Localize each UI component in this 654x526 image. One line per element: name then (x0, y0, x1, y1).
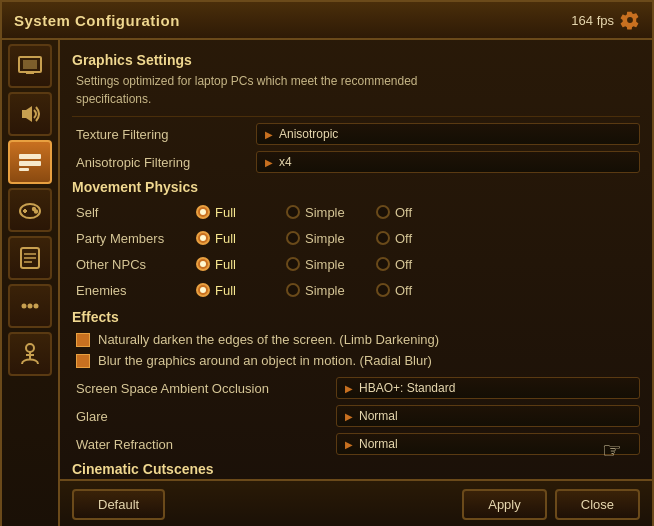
texture-filtering-arrow: ▶ (265, 129, 273, 140)
mp-party-simple-label: Simple (305, 231, 345, 246)
mp-row-self: Self Full Simple Off (72, 199, 640, 225)
glare-arrow: ▶ (345, 411, 353, 422)
footer-bar: Default Apply Close (60, 479, 652, 526)
footer-right-buttons: Apply Close (462, 489, 640, 520)
svg-rect-7 (19, 168, 29, 171)
close-button[interactable]: Close (555, 489, 640, 520)
radial-blur-row[interactable]: Blur the graphics around an object in mo… (72, 350, 640, 371)
limb-darkening-label: Naturally darken the edges of the screen… (98, 332, 439, 347)
svg-point-18 (28, 304, 33, 309)
mp-row-enemies: Enemies Full Simple Off (72, 277, 640, 303)
mp-enemies-off[interactable]: Off (376, 283, 466, 298)
svg-point-19 (34, 304, 39, 309)
mp-self-simple[interactable]: Simple (286, 205, 376, 220)
title-bar: System Configuration 164 fps (2, 2, 652, 40)
effects-header: Effects (72, 309, 640, 325)
limb-darkening-checkbox[interactable] (76, 333, 90, 347)
content-scroll[interactable]: Graphics Settings Settings optimized for… (60, 40, 652, 479)
water-arrow: ▶ (345, 439, 353, 450)
graphics-section-header: Graphics Settings (72, 52, 640, 68)
mp-party-full-radio (196, 231, 210, 245)
sidebar-btn-character[interactable] (8, 332, 52, 376)
mp-npcs-full[interactable]: Full (196, 257, 286, 272)
ssao-arrow: ▶ (345, 383, 353, 394)
mp-enemies-full-radio (196, 283, 210, 297)
texture-filtering-value: Anisotropic (279, 127, 338, 141)
mp-npcs-simple[interactable]: Simple (286, 257, 376, 272)
movement-physics-header: Movement Physics (72, 179, 640, 195)
fps-value: 164 fps (571, 13, 614, 28)
ssao-label: Screen Space Ambient Occlusion (76, 381, 336, 396)
mp-party-simple-radio (286, 231, 300, 245)
water-label: Water Refraction (76, 437, 336, 452)
sidebar-btn-log[interactable] (8, 236, 52, 280)
texture-filtering-row: Texture Filtering ▶ Anisotropic (72, 123, 640, 145)
ssao-value: HBAO+: Standard (359, 381, 455, 395)
glare-label: Glare (76, 409, 336, 424)
settings-gear-icon[interactable] (620, 10, 640, 30)
glare-dropdown[interactable]: ▶ Normal (336, 405, 640, 427)
mp-enemies-simple[interactable]: Simple (286, 283, 376, 298)
water-row: Water Refraction ▶ Normal (72, 433, 640, 455)
content-area: Graphics Settings Settings optimized for… (60, 40, 652, 526)
movement-physics-section: Movement Physics Self Full Simple (72, 179, 640, 303)
mp-party-full[interactable]: Full (196, 231, 286, 246)
fps-display: 164 fps (571, 10, 640, 30)
system-config-window: System Configuration 164 fps (0, 0, 654, 526)
ssao-dropdown[interactable]: ▶ HBAO+: Standard (336, 377, 640, 399)
mp-npcs-simple-radio (286, 257, 300, 271)
sidebar (2, 40, 60, 526)
anisotropic-row: Anisotropic Filtering ▶ x4 (72, 151, 640, 173)
mp-entity-party: Party Members (76, 231, 196, 246)
mp-row-npcs: Other NPCs Full Simple Off (72, 251, 640, 277)
sidebar-btn-graphics[interactable] (8, 44, 52, 88)
glare-row: Glare ▶ Normal (72, 405, 640, 427)
mp-enemies-full[interactable]: Full (196, 283, 286, 298)
mp-npcs-full-radio (196, 257, 210, 271)
mp-enemies-simple-radio (286, 283, 300, 297)
texture-filtering-label: Texture Filtering (76, 127, 256, 142)
mp-npcs-off-radio (376, 257, 390, 271)
effects-section: Effects Naturally darken the edges of th… (72, 309, 640, 371)
anisotropic-dropdown[interactable]: ▶ x4 (256, 151, 640, 173)
svg-point-17 (22, 304, 27, 309)
mp-enemies-off-label: Off (395, 283, 412, 298)
default-button[interactable]: Default (72, 489, 165, 520)
anisotropic-label: Anisotropic Filtering (76, 155, 256, 170)
mp-self-off[interactable]: Off (376, 205, 466, 220)
mp-entity-npcs: Other NPCs (76, 257, 196, 272)
svg-point-20 (26, 344, 34, 352)
mp-party-simple[interactable]: Simple (286, 231, 376, 246)
limb-darkening-row[interactable]: Naturally darken the edges of the screen… (72, 329, 640, 350)
cinematic-section: Cinematic Cutscenes Enable depth of fiel… (72, 461, 640, 479)
sidebar-btn-hotbar[interactable] (8, 140, 52, 184)
radial-blur-checkbox[interactable] (76, 354, 90, 368)
mp-party-off-radio (376, 231, 390, 245)
main-layout: Graphics Settings Settings optimized for… (2, 40, 652, 526)
mp-self-full[interactable]: Full (196, 205, 286, 220)
mp-npcs-off[interactable]: Off (376, 257, 466, 272)
sidebar-btn-actions[interactable] (8, 284, 52, 328)
water-value: Normal (359, 437, 398, 451)
mp-enemies-off-radio (376, 283, 390, 297)
graphics-desc-line2: specifications. (76, 92, 151, 106)
mp-self-simple-radio (286, 205, 300, 219)
mp-party-off[interactable]: Off (376, 231, 466, 246)
anisotropic-value: x4 (279, 155, 292, 169)
mp-entity-enemies: Enemies (76, 283, 196, 298)
ssao-row: Screen Space Ambient Occlusion ▶ HBAO+: … (72, 377, 640, 399)
texture-filtering-dropdown[interactable]: ▶ Anisotropic (256, 123, 640, 145)
svg-rect-6 (19, 161, 41, 166)
water-dropdown[interactable]: ▶ Normal (336, 433, 640, 455)
mp-entity-self: Self (76, 205, 196, 220)
svg-marker-4 (22, 106, 32, 122)
graphics-section-desc: Settings optimized for laptop PCs which … (72, 72, 640, 108)
sidebar-btn-sound[interactable] (8, 92, 52, 136)
mp-self-off-label: Off (395, 205, 412, 220)
graphics-desc-line1: Settings optimized for laptop PCs which … (76, 74, 418, 88)
sidebar-btn-gamepad[interactable] (8, 188, 52, 232)
mp-self-off-radio (376, 205, 390, 219)
apply-button[interactable]: Apply (462, 489, 547, 520)
divider-1 (72, 116, 640, 117)
glare-value: Normal (359, 409, 398, 423)
